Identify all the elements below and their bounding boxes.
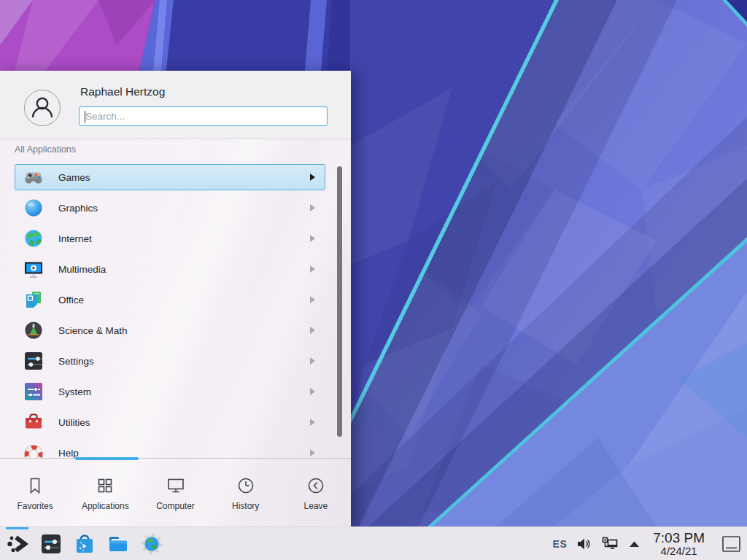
category-row-help[interactable]: Help — [15, 440, 325, 458]
dolphin-launcher[interactable] — [107, 532, 130, 556]
application-launcher-popup: Raphael Hertzog All Applications Games — [0, 71, 351, 526]
submenu-arrow-icon — [310, 204, 315, 211]
category-row-system[interactable]: System — [15, 378, 325, 405]
active-tab-indicator — [75, 457, 139, 460]
launcher-tab-bar: Favorites Applications Computer — [0, 458, 351, 526]
launcher-header: Raphael Hertzog — [0, 71, 351, 139]
expand-tray-arrow-icon[interactable] — [628, 540, 640, 548]
grid-icon — [95, 475, 115, 496]
section-label: All Applications — [15, 144, 76, 155]
system-tray: ES 7:03 PM 4/24/21 — [553, 531, 741, 557]
tab-label: Applications — [82, 501, 129, 511]
network-icon[interactable] — [601, 536, 619, 552]
submenu-arrow-icon — [310, 296, 315, 303]
submenu-arrow-icon — [310, 235, 315, 242]
category-row-office[interactable]: Office — [15, 287, 325, 313]
category-label: Multimedia — [58, 264, 106, 275]
kickoff-icon — [6, 532, 29, 556]
search-field[interactable] — [79, 106, 328, 126]
browser-globe-icon — [140, 532, 163, 556]
search-input[interactable] — [85, 108, 319, 125]
sliders-color-icon — [23, 381, 44, 402]
documents-icon — [23, 289, 44, 310]
launcher-active-indicator — [6, 527, 28, 529]
sliders-dark-icon — [23, 351, 44, 371]
gamepad-icon — [23, 167, 44, 187]
category-row-games[interactable]: Games — [15, 164, 325, 190]
category-row-internet[interactable]: Internet — [15, 225, 325, 252]
submenu-arrow-icon — [310, 357, 315, 365]
clock-icon — [236, 475, 256, 496]
globe-icon — [23, 228, 44, 249]
submenu-arrow-icon — [310, 419, 315, 426]
user-name: Raphael Hertzog — [80, 85, 165, 98]
submenu-arrow-icon — [310, 265, 315, 273]
category-row-settings[interactable]: Settings — [15, 348, 325, 374]
category-row-graphics[interactable]: Graphics — [15, 195, 325, 221]
system-settings-launcher[interactable] — [39, 532, 63, 556]
blue-sphere-icon — [23, 198, 44, 218]
tab-label: History — [232, 501, 259, 511]
category-row-science-math[interactable]: Science & Math — [15, 317, 325, 343]
show-desktop-button[interactable] — [721, 535, 741, 553]
desktop: Raphael Hertzog All Applications Games — [0, 0, 747, 560]
category-label: Internet — [58, 233, 92, 244]
tab-applications[interactable]: Applications — [70, 459, 140, 526]
tab-label: Computer — [156, 501, 195, 511]
browser-launcher[interactable] — [140, 532, 163, 556]
tab-leave[interactable]: Leave — [281, 459, 351, 526]
category-label: Office — [58, 295, 84, 306]
computer-icon — [166, 475, 186, 496]
clock-time: 7:03 PM — [653, 531, 705, 545]
category-label: System — [58, 386, 91, 397]
list-scrollbar[interactable] — [337, 166, 342, 437]
submenu-arrow-icon — [310, 174, 315, 181]
tab-label: Favorites — [17, 501, 53, 511]
category-label: Science & Math — [58, 325, 128, 336]
discover-launcher[interactable] — [73, 532, 96, 556]
tab-label: Leave — [304, 501, 328, 511]
user-avatar[interactable] — [24, 90, 61, 126]
discover-icon — [73, 532, 96, 556]
digital-clock[interactable]: 7:03 PM 4/24/21 — [653, 531, 705, 557]
submenu-arrow-icon — [310, 388, 315, 395]
bookmark-icon — [25, 475, 45, 496]
taskbar: ES 7:03 PM 4/24/21 — [0, 526, 747, 560]
category-label: Settings — [58, 356, 94, 367]
flask-icon — [23, 320, 44, 341]
submenu-arrow-icon — [310, 449, 315, 456]
category-label: Graphics — [58, 203, 98, 214]
dolphin-folder-icon — [107, 532, 130, 556]
lifebuoy-icon — [23, 443, 44, 458]
tab-computer[interactable]: Computer — [140, 459, 210, 526]
category-row-multimedia[interactable]: Multimedia — [15, 256, 325, 282]
category-label: Games — [58, 172, 90, 183]
tab-favorites[interactable]: Favorites — [0, 459, 70, 526]
volume-icon[interactable] — [576, 537, 592, 551]
category-label: Help — [58, 448, 79, 459]
leave-icon — [306, 475, 326, 496]
submenu-arrow-icon — [310, 327, 315, 334]
toolbox-icon — [23, 412, 44, 432]
application-category-list: Games Graphics — [15, 164, 325, 458]
category-row-utilities[interactable]: Utilities — [15, 409, 325, 435]
monitor-play-icon — [23, 259, 44, 279]
system-settings-icon — [39, 532, 63, 556]
category-label: Utilities — [58, 417, 90, 428]
tab-history[interactable]: History — [211, 459, 281, 526]
user-icon — [25, 90, 60, 125]
clock-date: 4/24/21 — [653, 545, 705, 557]
app-launcher-button[interactable] — [6, 532, 29, 556]
keyboard-layout-indicator[interactable]: ES — [553, 538, 568, 550]
